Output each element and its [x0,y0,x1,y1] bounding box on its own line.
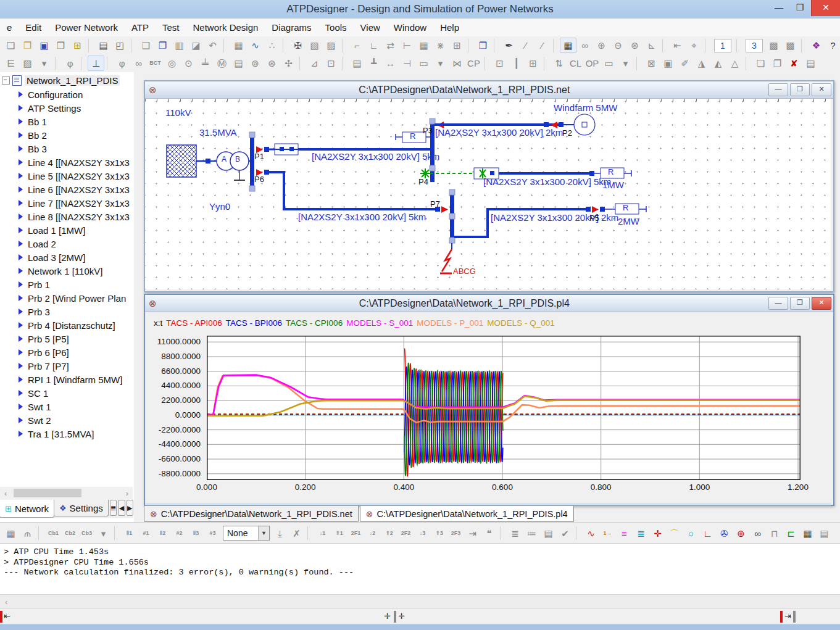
legend-button[interactable]: ⊏ [783,526,799,541]
splitter-right-handle[interactable]: ⇥ [784,611,791,621]
zoom-reset-button[interactable]: ⊛ [626,38,643,53]
mirror-horizontal-button[interactable]: ◮ [693,56,710,71]
swap-button[interactable]: ⇄ [382,38,399,53]
switch-button[interactable]: ⇅ [551,56,567,71]
duplicate1-button[interactable]: ❏ [752,56,769,71]
maximize-button[interactable]: ❒ [789,0,810,16]
tab-prev-button[interactable]: ◀ [118,500,125,516]
model-button[interactable]: ▤ [230,56,247,71]
tree-item[interactable]: Swt 2 [0,413,133,427]
pl4-close-button[interactable]: ✕ [812,297,831,310]
tree-item[interactable]: Load 2 [0,237,133,251]
capacitor-button[interactable]: ▭ [601,56,617,71]
scroll-left-arrow[interactable]: ‹ [5,597,7,607]
save-all-button[interactable]: ❒ [52,38,69,53]
splitter-left-handle[interactable]: ⇤ [4,611,10,621]
step-align-button[interactable]: ⌐ [349,38,365,53]
open-file-button[interactable]: ❐ [19,38,36,53]
zoom-in-button[interactable]: ⊕ [593,38,610,53]
menu-item[interactable]: Tools [318,19,354,36]
branch-button[interactable]: ⊣ [399,56,415,71]
probe-button[interactable]: φ [62,56,78,71]
element-dropdown[interactable]: ▾ [617,56,634,71]
cl-element-button[interactable]: CL [567,56,584,71]
tree-item[interactable]: Line 8 [[NA2XS2Y 3x1x3 [0,210,133,223]
document2-button[interactable]: ▤ [349,56,365,71]
tree-item[interactable]: Tra 1 [31.5MVA] [0,427,133,441]
table-add-button[interactable]: ⊞ [449,38,465,53]
coupling-button[interactable]: ∞ [130,56,147,71]
fault1-button[interactable]: #1 [138,526,154,541]
circuit-breaker3-button[interactable]: Cb3 [78,526,95,541]
color-bars1-button[interactable]: ≡ [616,526,633,541]
function-button[interactable]: ⋿ [2,56,19,71]
rename-button[interactable]: ▨ [323,38,339,53]
table-button[interactable]: ▦ [415,38,432,53]
clear-button[interactable]: ✗ [288,526,305,541]
chevron-down-icon[interactable]: ▼ [258,526,269,540]
scatter-button[interactable]: ∴ [264,38,280,53]
go-start-button[interactable]: ⇤ [669,38,686,53]
save-button[interactable]: ▣ [36,38,52,53]
busbar-button[interactable]: ⊥ [88,56,104,71]
calc-table-button[interactable]: ▦ [230,38,247,53]
op-element-button[interactable]: OP [584,56,601,71]
menu-item[interactable]: Help [433,19,466,36]
frame-button[interactable]: ▭ [415,56,432,71]
t-element-button[interactable]: ┻ [365,56,382,71]
list-view-button[interactable]: ▤ [802,56,819,71]
scrollbar-thumb[interactable] [14,489,81,497]
tree-item[interactable]: Bb 2 [0,128,133,142]
sidebar-tab[interactable]: ❖ Settings [54,500,109,516]
fault2-button[interactable]: #2 [171,526,188,541]
net-close-button[interactable]: ✕ [812,83,831,96]
target-button[interactable]: ⊕ [733,526,749,541]
menu-item[interactable]: Edit [19,19,48,36]
tree-item[interactable]: Load 1 [1MW] [0,223,133,237]
probe2-button[interactable]: φ [114,56,130,71]
tree-root[interactable]: Network_1_RPI_PDIS [0,73,133,88]
zoom-region-button[interactable]: ⊾ [643,38,660,53]
pole-button[interactable]: ┃ [508,56,525,71]
tree-item[interactable]: Prb 6 [P6] [0,346,133,359]
nd-element-button[interactable]: ⊞ [525,56,541,71]
properties-button[interactable]: ▧ [306,38,323,53]
rotate-button[interactable]: △ [726,56,743,71]
layer-number-field[interactable]: 3 [746,39,763,52]
network-cut-button[interactable]: ⋈ [449,56,465,71]
net-minimize-button[interactable]: — [768,83,788,96]
source-button[interactable]: ⊙ [180,56,197,71]
ground-button[interactable]: ╧ [197,56,214,71]
current-transformer-button[interactable]: ◎ [164,56,180,71]
menu-item[interactable]: e [0,19,19,36]
check-button[interactable]: ✔ [557,526,573,541]
area-fill-button[interactable]: ▨ [19,56,36,71]
tree-item[interactable]: Network 1 [110kV] [0,264,133,278]
splitter-center-bar[interactable] [394,611,396,623]
circuit-breaker1-button[interactable]: Cb1 [45,526,62,541]
color-bars2-button[interactable]: ≣ [633,526,649,541]
splitter-center-handle[interactable]: ✛ [384,611,391,621]
tree-item[interactable]: SC 1 [0,386,133,400]
undo-button[interactable]: ↶ [204,38,221,53]
grid-toggle-button[interactable]: ▦ [560,38,576,53]
scroll-left-arrow[interactable]: ‹ [0,489,11,498]
two-fault3-button[interactable]: 2F3 [447,526,464,541]
curves-button[interactable]: ∿ [247,38,264,53]
draw-line2-button[interactable]: ⁄ [534,38,551,53]
reclose2-button[interactable]: ⇑2 [381,526,397,541]
trip3-button[interactable]: ↓3 [414,526,431,541]
delete-button[interactable]: ✘ [786,56,802,71]
net-window-titlebar[interactable]: ⊗ C:\ATPDesigner\Data\Network_1_RPI_PDIS… [145,81,833,99]
tree-item[interactable]: ATP Settings [0,101,133,115]
edit-mode-button[interactable]: ✒ [501,38,517,53]
tree-item[interactable]: RPI 1 [Windfarm 5MW] [0,373,133,386]
apply-down-button[interactable]: ⤓ [272,526,288,541]
tree-item[interactable]: Bb 1 [0,115,133,128]
lock-button[interactable]: ▣ [660,56,676,71]
phase1-button[interactable]: ‖1 [121,526,138,541]
object-group2-button[interactable]: ▩ [782,38,799,53]
duplicate2-button[interactable]: ❐ [769,56,786,71]
tree-item[interactable]: Prb 3 [0,305,133,318]
phase3-button[interactable]: ‖3 [188,526,204,541]
